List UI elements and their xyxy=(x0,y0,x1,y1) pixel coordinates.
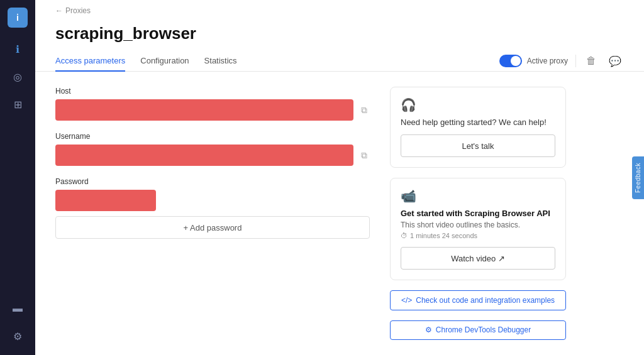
chrome-devtools-button[interactable]: ⚙ Chrome DevTools Debugger xyxy=(390,320,566,341)
page-header: scraping_browser xyxy=(35,19,644,51)
username-label: Username xyxy=(55,132,370,141)
clock-icon: ⏱ xyxy=(401,232,408,239)
sidebar-item-info[interactable]: ℹ xyxy=(6,38,29,60)
host-value xyxy=(55,99,353,121)
help-card-text: Need help getting started? We can help! xyxy=(401,117,555,127)
delete-button[interactable]: 🗑 xyxy=(584,53,599,69)
video-card-title: Get started with Scraping Browser API xyxy=(401,209,555,218)
share-button[interactable]: 💬 xyxy=(606,53,624,70)
code-examples-label: Check out code and integration examples xyxy=(416,296,555,305)
tab-configuration[interactable]: Configuration xyxy=(140,51,189,72)
active-proxy-toggle-container: Active proxy xyxy=(499,55,568,67)
username-value-row: ⧉ xyxy=(55,145,370,166)
info-icon: ℹ xyxy=(16,43,19,55)
username-value xyxy=(55,145,353,166)
password-value xyxy=(55,190,156,211)
right-panel: 🎧 Need help getting started? We can help… xyxy=(390,87,566,340)
host-value-row: ⧉ xyxy=(55,99,370,121)
video-card-subtitle: This short video outlines the basics. xyxy=(401,221,555,229)
chrome-devtools-label: Chrome DevTools Debugger xyxy=(436,325,531,334)
duration-text: 1 minutes 24 seconds xyxy=(410,232,477,239)
divider xyxy=(575,55,576,67)
lets-talk-button[interactable]: Let's talk xyxy=(401,134,555,157)
card-icon: ▬ xyxy=(13,303,23,314)
main-content: ← Proxies scraping_browser Access parame… xyxy=(35,0,644,355)
host-label: Host xyxy=(55,87,370,96)
password-group: Password + Add password xyxy=(55,177,370,239)
video-card: 📹 Get started with Scraping Browser API … xyxy=(390,178,566,280)
sidebar-item-layers[interactable]: ⊞ xyxy=(6,93,29,116)
sidebar-item-settings[interactable]: ⚙ xyxy=(6,325,29,347)
sidebar-logo: i xyxy=(8,8,28,28)
active-proxy-label: Active proxy xyxy=(527,57,568,65)
add-password-button[interactable]: + Add password xyxy=(55,216,370,239)
share-icon: 💬 xyxy=(609,55,621,67)
location-icon: ◎ xyxy=(13,71,22,83)
chrome-icon: ⚙ xyxy=(425,325,432,334)
password-value-row xyxy=(55,190,370,211)
breadcrumb: ← Proxies xyxy=(35,0,644,19)
host-copy-icon[interactable]: ⧉ xyxy=(358,102,370,118)
page-title: scraping_browser xyxy=(55,24,624,43)
watch-video-button[interactable]: Watch video ↗ xyxy=(401,247,555,270)
breadcrumb-label[interactable]: Proxies xyxy=(65,6,91,15)
help-icon: 🎧 xyxy=(401,97,555,112)
username-group: Username ⧉ xyxy=(55,132,370,166)
tab-actions: Active proxy 🗑 💬 xyxy=(499,53,624,70)
sidebar-item-card[interactable]: ▬ xyxy=(6,297,29,320)
layers-icon: ⊞ xyxy=(14,99,22,111)
feedback-tab[interactable]: Feedback xyxy=(632,156,644,199)
password-label: Password xyxy=(55,177,370,186)
content-area: Host ⧉ Username ⧉ Password + Add passwo xyxy=(35,72,644,355)
form-section: Host ⧉ Username ⧉ Password + Add passwo xyxy=(55,87,370,340)
code-icon: </> xyxy=(401,296,412,305)
video-icon: 📹 xyxy=(401,188,555,204)
trash-icon: 🗑 xyxy=(586,55,596,67)
code-examples-button[interactable]: </> Check out code and integration examp… xyxy=(390,290,566,310)
settings-icon: ⚙ xyxy=(13,330,22,342)
active-proxy-toggle[interactable] xyxy=(499,55,522,67)
username-copy-icon[interactable]: ⧉ xyxy=(358,148,370,163)
tabs-bar: Access parameters Configuration Statisti… xyxy=(35,51,644,72)
tab-access-parameters[interactable]: Access parameters xyxy=(55,51,125,72)
sidebar-item-location[interactable]: ◎ xyxy=(6,65,29,88)
tab-statistics[interactable]: Statistics xyxy=(204,51,237,72)
breadcrumb-arrow: ← xyxy=(55,6,63,15)
video-card-duration: ⏱ 1 minutes 24 seconds xyxy=(401,232,555,239)
sidebar: i ℹ ◎ ⊞ ▬ ⚙ xyxy=(0,0,35,355)
host-group: Host ⧉ xyxy=(55,87,370,121)
help-card: 🎧 Need help getting started? We can help… xyxy=(390,87,566,168)
